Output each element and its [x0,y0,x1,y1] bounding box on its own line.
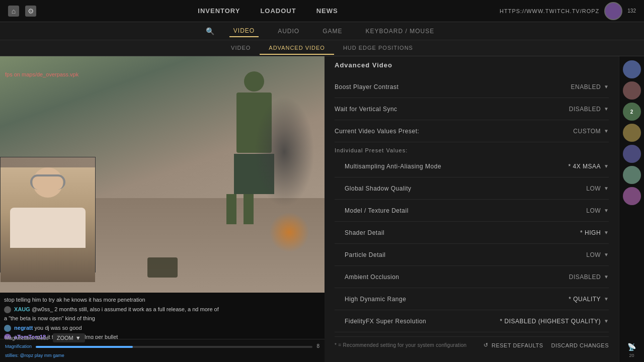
chevron-down-icon-5: ▼ [604,186,609,191]
fidelityfx-label: FidelityFX Super Resolution [335,318,426,325]
main-content: fps on maps/de_overpass.vpk stop telling… [0,56,644,362]
msaa-label: Multisampling Anti-Aliasing Mode [335,163,441,170]
twitch-url: HTTPS://WWW.TWITCH.TV/ROPZ [500,8,599,14]
shader-detail-label: Shader Detail [335,229,384,236]
secondary-nav: 🔍 VIDEO AUDIO GAME KEYBOARD / MOUSE [0,22,644,40]
magnification-value: 8 [316,343,319,349]
ambient-occlusion-text: DISABLED [569,274,601,281]
footer-bar: * = Recommended setting for your system … [335,336,609,353]
chevron-down-icon-7: ▼ [604,230,609,235]
chevron-down-icon: ▼ [604,84,609,89]
chevron-down-icon-8: ▼ [604,252,609,257]
vertical-sync-label: Wait for Vertical Sync [335,106,397,113]
texture-detail-value[interactable]: LOW ▼ [586,207,609,214]
magnification-sub-label: Magnification [5,344,32,349]
hdr-value[interactable]: * QUALITY ▼ [569,296,609,303]
game-nav-item[interactable]: GAME [318,26,346,37]
audio-nav-item[interactable]: AUDIO [274,26,303,37]
settings-panel: Advanced Video Boost Player Contrast ENA… [325,56,619,362]
boost-player-contrast-row: Boost Player Contrast ENABLED ▼ [335,76,609,98]
news-nav-link[interactable]: NEWS [316,7,338,15]
avatar-stack [604,2,622,20]
zoom-button[interactable]: ZOOM ▼ [53,333,85,342]
fidelityfx-value[interactable]: * DISABLED (HIGHEST QUALITY) ▼ [500,318,609,325]
chevron-down-icon-11: ▼ [604,318,609,324]
shadow-quality-row: Global Shadow Quality LOW ▼ [335,177,609,200]
keyboard-mouse-nav-item[interactable]: KEYBOARD / MOUSE [362,26,439,37]
discard-label: DISCARD CHANGES [551,342,609,348]
right-sidebar: 2 📡 20 [619,56,644,362]
boost-player-contrast-text: ENABLED [571,83,601,90]
texture-detail-text: LOW [586,207,601,214]
chevron-down-icon-4: ▼ [604,163,609,169]
home-button[interactable]: ⌂ [8,6,19,17]
sidebar-avatar-1[interactable] [623,81,641,100]
shader-detail-text: * HIGH [580,229,601,236]
chevron-down-icon-6: ▼ [604,208,609,213]
shadow-quality-value[interactable]: LOW ▼ [586,185,609,192]
video-preset-row: Current Video Values Preset: CUSTOM ▼ [335,120,609,142]
video-nav-item[interactable]: VIDEO [229,25,259,37]
shadow-quality-text: LOW [586,185,601,192]
stream-video: fps on maps/de_overpass.vpk [0,56,325,293]
magnification-mode-label: Magnification Mode [5,335,49,341]
particle-detail-label: Particle Detail [335,251,386,258]
sidebar-avatar-0[interactable] [623,60,641,78]
video-preset-value[interactable]: CUSTOM ▼ [573,128,609,135]
sidebar-avatar-5[interactable] [623,166,641,184]
chat-message-0: stop telling him to try ak he knows it h… [4,296,320,304]
chat-message-1b: a "the beta is now open" kind of thing [4,314,320,323]
sidebar-avatar-4[interactable] [623,145,641,163]
individual-preset-header: Individual Preset Values: [335,142,609,155]
fidelityfx-text: * DISABLED (HIGHEST QUALITY) [500,318,601,325]
reset-label: RESET DEFAULTS [492,342,543,348]
settings-button[interactable]: ⚙ [25,6,36,17]
loadout-nav-link[interactable]: LOADOUT [260,7,296,15]
video-preset-label: Current Video Values Preset: [335,128,419,135]
sidebar-avatar-2[interactable]: 2 [623,103,641,121]
boost-player-contrast-label: Boost Player Contrast [335,83,398,90]
bottom-bar-left: Magnification Mode ZOOM ▼ Magnification … [5,333,319,362]
hdr-label: High Dynamic Range [335,296,406,303]
particle-detail-text: LOW [586,251,601,258]
particle-detail-value[interactable]: LOW ▼ [586,251,609,258]
footer-note: * = Recommended setting for your system … [335,342,475,348]
tab-hud-edge[interactable]: HUD EDGE POSITIONS [334,42,422,55]
reset-defaults-button[interactable]: ↺ RESET DEFAULTS [484,342,543,348]
hdr-row: High Dynamic Range * QUALITY ▼ [335,288,609,310]
shadow-quality-label: Global Shadow Quality [335,185,412,192]
chevron-down-icon-10: ▼ [604,296,609,302]
particle-detail-row: Particle Detail LOW ▼ [335,244,609,266]
tab-video[interactable]: VIDEO [222,42,260,55]
chevron-down-icon-2: ▼ [604,106,609,112]
chevron-down-icon-9: ▼ [604,274,609,280]
sidebar-avatar-3[interactable] [623,124,641,142]
msaa-row: Multisampling Anti-Aliasing Mode * 4X MS… [335,155,609,177]
discard-changes-button[interactable]: DISCARD CHANGES [551,342,609,348]
ambient-occlusion-row: Ambient Occlusion DISABLED ▼ [335,266,609,288]
vertical-sync-row: Wait for Vertical Sync DISABLED ▼ [335,98,609,120]
stream-panel: fps on maps/de_overpass.vpk stop telling… [0,56,325,362]
username-label: stillies: @ropz play mm game [5,353,64,358]
hdr-text: * QUALITY [569,296,601,303]
inventory-nav-link[interactable]: INVENTORY [198,7,240,15]
shader-detail-value[interactable]: * HIGH ▼ [580,229,609,236]
top-nav-center: INVENTORY LOADOUT NEWS [198,7,338,15]
online-count: 20 [629,353,634,358]
tab-nav: VIDEO ADVANCED VIDEO HUD EDGE POSITIONS [0,40,644,56]
webcam-overlay [0,157,96,273]
ambient-occlusion-value[interactable]: DISABLED ▼ [569,274,609,281]
vertical-sync-value[interactable]: DISABLED ▼ [569,106,609,113]
magnification-progress [36,346,312,348]
bottom-bar: Magnification Mode ZOOM ▼ Magnification … [0,339,325,362]
signal-icon[interactable]: 📡 [627,343,636,351]
msaa-value[interactable]: * 4X MSAA ▼ [569,163,609,170]
search-icon[interactable]: 🔍 [206,27,214,35]
sidebar-avatar-6[interactable] [623,187,641,205]
boost-player-contrast-value[interactable]: ENABLED ▼ [571,83,609,90]
user-avatar[interactable] [604,2,622,20]
fidelityfx-row: FidelityFX Super Resolution * DISABLED (… [335,310,609,332]
settings-title: Advanced Video [335,61,609,69]
tab-advanced-video[interactable]: ADVANCED VIDEO [260,42,334,55]
chevron-down-icon-3: ▼ [604,128,609,134]
